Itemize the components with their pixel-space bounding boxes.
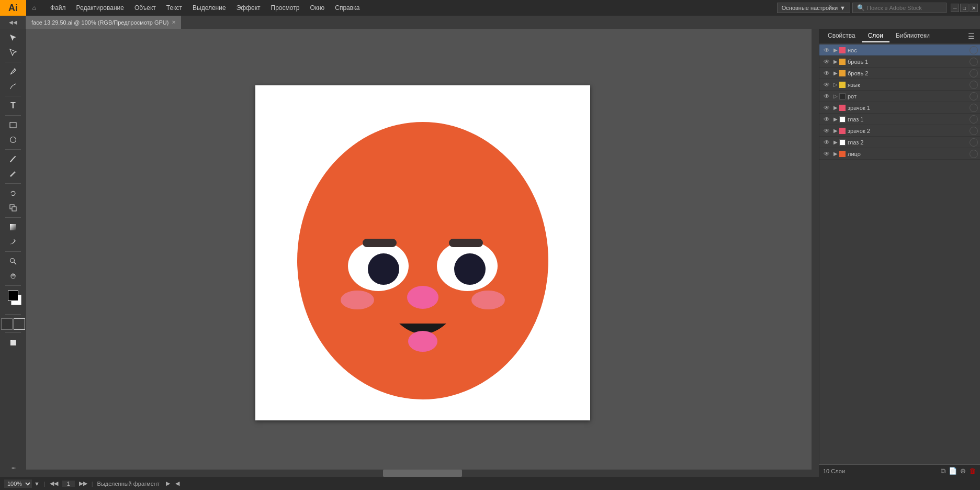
menu-select[interactable]: Выделение: [188, 2, 230, 14]
layer-color-swatch: [839, 59, 846, 65]
pencil-tool[interactable]: [6, 167, 20, 181]
layer-row[interactable]: 👁 ▶ зрачок 2: [819, 125, 980, 137]
layer-name: язык: [848, 82, 970, 88]
tab-libraries[interactable]: Библиотеки: [889, 30, 936, 42]
curvature-tool[interactable]: [6, 80, 20, 93]
direct-selection-tool[interactable]: [6, 46, 20, 59]
menu-text[interactable]: Текст: [162, 2, 186, 14]
foreground-color[interactable]: [8, 291, 18, 301]
layer-name: зрачок 2: [848, 128, 970, 134]
eyedropper-tool[interactable]: [6, 235, 20, 249]
layer-row[interactable]: 👁 ▷ рот: [819, 91, 980, 102]
layer-expand-arrow[interactable]: ▶: [832, 59, 839, 64]
new-layer-button[interactable]: 📄: [949, 467, 957, 475]
tab-layers[interactable]: Слои: [862, 30, 889, 42]
layer-expand-arrow[interactable]: ▶: [832, 105, 839, 110]
layer-visibility-icon[interactable]: 👁: [821, 47, 832, 54]
zoom-tool[interactable]: [6, 254, 20, 268]
layer-row[interactable]: 👁 ▷ язык: [819, 79, 980, 91]
search-input[interactable]: [867, 5, 940, 11]
layer-expand-arrow[interactable]: ▶: [832, 139, 839, 145]
layer-expand-arrow[interactable]: ▶: [832, 47, 839, 53]
ellipse-tool[interactable]: [6, 133, 20, 147]
layer-target-dot[interactable]: [970, 92, 978, 101]
artboard-nav-next[interactable]: ▶▶: [79, 480, 87, 487]
tab-label: face 13.29.50.ai @ 100% (RGB/Предпросмот…: [31, 19, 168, 26]
layer-target-dot[interactable]: [970, 104, 978, 112]
delete-layer-button[interactable]: 🗑: [969, 467, 976, 475]
fill-btn[interactable]: [1, 318, 13, 330]
menu-edit[interactable]: Редактирование: [72, 2, 128, 14]
tab-properties[interactable]: Свойства: [821, 30, 862, 42]
menu-file[interactable]: Файл: [46, 2, 70, 14]
vertical-scrollbar[interactable]: [812, 29, 819, 470]
close-button[interactable]: ✕: [970, 4, 978, 12]
artboard-label: ◀◀: [50, 480, 58, 487]
stroke-btn[interactable]: [14, 318, 25, 330]
artboard-number-input[interactable]: [62, 481, 75, 487]
layer-visibility-icon[interactable]: 👁: [821, 81, 832, 88]
layer-visibility-icon[interactable]: 👁: [821, 127, 832, 135]
layer-visibility-icon[interactable]: 👁: [821, 150, 832, 158]
type-tool[interactable]: T: [6, 99, 20, 113]
layer-target-dot[interactable]: [970, 46, 978, 54]
layer-expand-arrow[interactable]: ▶: [832, 128, 839, 133]
layer-visibility-icon[interactable]: 👁: [821, 104, 832, 112]
paintbrush-tool[interactable]: [6, 152, 20, 166]
layer-row[interactable]: 👁 ▶ глаз 1: [819, 114, 980, 125]
screen-mode-button[interactable]: ⬜: [6, 336, 20, 349]
panel-collapse-button[interactable]: ◀◀: [0, 16, 26, 29]
layer-expand-arrow[interactable]: ▶: [832, 70, 839, 76]
layer-visibility-icon[interactable]: 👁: [821, 58, 832, 65]
tool-separator-4: [5, 149, 21, 150]
panel-menu-button[interactable]: ☰: [965, 32, 978, 40]
layer-row[interactable]: 👁 ▶ зрачок 1: [819, 102, 980, 114]
pen-tool[interactable]: [6, 65, 20, 79]
layer-row[interactable]: 👁 ▶ глаз 2: [819, 137, 980, 148]
layer-expand-arrow[interactable]: ▶: [832, 116, 839, 122]
more-tools-button[interactable]: ···: [6, 461, 20, 475]
tool-separator-8: [5, 285, 21, 286]
layer-target-dot[interactable]: [970, 69, 978, 77]
home-button[interactable]: ⌂: [26, 0, 42, 16]
tool-separator-1: [5, 62, 21, 62]
menu-window[interactable]: Окно: [306, 2, 329, 14]
layer-visibility-icon[interactable]: 👁: [821, 70, 832, 77]
workspace-dropdown[interactable]: Основные настройки ▼: [777, 3, 850, 13]
rotate-tool[interactable]: [6, 186, 20, 200]
layer-expand-arrow[interactable]: ▷: [832, 82, 839, 87]
layer-target-dot[interactable]: [970, 138, 978, 147]
tab-close-button[interactable]: ✕: [172, 19, 176, 25]
layer-row[interactable]: 👁 ▶ нос: [819, 44, 980, 56]
layer-target-dot[interactable]: [970, 127, 978, 135]
document-tab[interactable]: face 13.29.50.ai @ 100% (RGB/Предпросмот…: [26, 16, 182, 29]
scale-tool[interactable]: [6, 201, 20, 215]
layer-expand-arrow[interactable]: ▷: [832, 93, 839, 99]
horizontal-scrollbar[interactable]: [26, 470, 819, 477]
layer-row[interactable]: 👁 ▶ бровь 1: [819, 56, 980, 68]
layer-visibility-icon[interactable]: 👁: [821, 116, 832, 123]
layer-target-dot[interactable]: [970, 150, 978, 158]
layer-visibility-icon[interactable]: 👁: [821, 139, 832, 146]
menu-effect[interactable]: Эффект: [232, 2, 265, 14]
restore-button[interactable]: □: [960, 4, 968, 12]
hand-tool[interactable]: [6, 269, 20, 283]
layer-row[interactable]: 👁 ▶ лицо: [819, 148, 980, 160]
layer-expand-arrow[interactable]: ▶: [832, 151, 839, 157]
make-sublayer-button[interactable]: ⧉: [941, 467, 945, 475]
zoom-select[interactable]: 100% 50% 200% 75%: [4, 480, 32, 488]
layer-target-dot[interactable]: [970, 81, 978, 89]
rectangle-tool[interactable]: [6, 118, 20, 132]
svg-rect-1: [10, 122, 16, 128]
layer-row[interactable]: 👁 ▶ бровь 2: [819, 68, 980, 79]
minimize-button[interactable]: ─: [951, 4, 959, 12]
layer-target-dot[interactable]: [970, 58, 978, 66]
menu-object[interactable]: Объект: [130, 2, 160, 14]
menu-help[interactable]: Справка: [331, 2, 364, 14]
create-new-layer-icon[interactable]: ⊕: [960, 467, 966, 475]
selection-tool[interactable]: [6, 31, 20, 44]
layer-visibility-icon[interactable]: 👁: [821, 93, 832, 100]
menu-view[interactable]: Просмотр: [267, 2, 304, 14]
gradient-tool[interactable]: [6, 220, 20, 234]
layer-target-dot[interactable]: [970, 115, 978, 124]
